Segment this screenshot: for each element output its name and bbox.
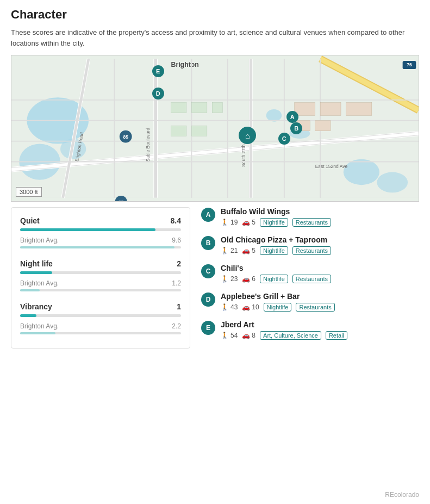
place-walk-a: 🚶 19 <box>221 219 238 226</box>
svg-rect-42 <box>171 126 186 136</box>
tag-restaurants-a: Restaurants <box>292 218 331 227</box>
score-quiet-bar-fill <box>20 228 155 231</box>
map-marker-c: C <box>278 133 290 145</box>
tag-nightlife-d: Nightlife <box>264 303 292 312</box>
map-home-marker: ⌂ <box>239 127 256 144</box>
score-vibrancy-avg-label: Brighton Avg. <box>20 322 59 330</box>
score-vibrancy: Vibrancy 1 Brighton Avg. 2.2 <box>20 302 181 334</box>
svg-point-7 <box>377 172 408 192</box>
svg-rect-45 <box>320 103 341 116</box>
svg-text:Brighton: Brighton <box>171 61 199 69</box>
map-marker-e: E <box>152 65 164 77</box>
walk-icon-a: 🚶 <box>221 219 229 226</box>
place-name-c: Chili's <box>221 264 419 272</box>
places-panel: A Buffalo Wild Wings 🚶 19 🚗 5 Nightlife <box>201 207 419 349</box>
score-nightlife-bar-bg <box>20 271 181 274</box>
place-item-b: B Old Chicago Pizza + Taproom 🚶 21 🚗 5 N… <box>201 235 419 255</box>
place-meta-c: 🚶 23 🚗 6 Nightlife Restaurants <box>221 275 419 283</box>
place-drive-d: 🚗 10 <box>242 303 259 311</box>
score-quiet-label: Quiet <box>20 216 40 225</box>
place-drive-e: 🚗 8 <box>242 332 255 339</box>
place-name-b: Old Chicago Pizza + Taproom <box>221 235 419 244</box>
score-nightlife-avg-bar-fill <box>20 289 40 291</box>
score-vibrancy-avg-bar-fill <box>20 332 55 334</box>
place-marker-c: C <box>201 264 215 278</box>
place-meta-a: 🚶 19 🚗 5 Nightlife Restaurants <box>221 218 419 227</box>
walk-icon-c: 🚶 <box>221 275 229 283</box>
place-item-e: E Jberd Art 🚶 54 🚗 8 Art, Culture, Scien… <box>201 320 419 340</box>
score-vibrancy-avg-bar-bg <box>20 332 181 334</box>
svg-point-6 <box>344 159 379 185</box>
score-quiet-value: 8.4 <box>171 216 181 225</box>
score-vibrancy-value: 1 <box>177 302 181 311</box>
place-drive-a: 🚗 5 <box>242 219 255 226</box>
place-walk-c: 🚶 23 <box>221 275 238 283</box>
walk-icon-d: 🚶 <box>221 303 229 311</box>
svg-text:76: 76 <box>407 62 412 67</box>
svg-rect-40 <box>191 103 207 113</box>
score-vibrancy-bar-fill <box>20 314 36 317</box>
place-info-b: Old Chicago Pizza + Taproom 🚶 21 🚗 5 Nig… <box>221 235 419 255</box>
score-nightlife-label: Night life <box>20 259 53 268</box>
place-walk-d: 🚶 43 <box>221 303 238 311</box>
page-description: These scores are indicative of the prope… <box>11 27 419 48</box>
svg-rect-48 <box>315 121 331 131</box>
place-marker-d: D <box>201 293 215 307</box>
map-marker-d: D <box>152 88 164 99</box>
place-marker-a: A <box>201 208 215 222</box>
place-item-a: A Buffalo Wild Wings 🚶 19 🚗 5 Nightlife <box>201 207 419 227</box>
map-container: Brighton Sable Boulevard Brighton Road S… <box>11 55 419 202</box>
walk-icon-e: 🚶 <box>221 332 229 339</box>
svg-text:85: 85 <box>119 200 124 201</box>
score-vibrancy-avg-value: 2.2 <box>172 322 181 330</box>
place-info-d: Applebee's Grill + Bar 🚶 43 🚗 10 Nightli… <box>221 292 419 312</box>
place-walk-b: 🚶 21 <box>221 247 238 254</box>
place-name-e: Jberd Art <box>221 320 419 329</box>
score-nightlife-value: 2 <box>177 259 181 268</box>
drive-icon-b: 🚗 <box>242 247 250 254</box>
drive-icon-c: 🚗 <box>242 275 250 283</box>
score-nightlife-avg-label: Brighton Avg. <box>20 279 59 287</box>
place-meta-d: 🚶 43 🚗 10 Nightlife Restaurants <box>221 303 419 312</box>
place-meta-e: 🚶 54 🚗 8 Art, Culture, Science Retail <box>221 331 419 340</box>
score-nightlife-bar-fill <box>20 271 52 274</box>
score-vibrancy-bar-bg <box>20 314 181 317</box>
score-quiet-avg-label: Brighton Avg. <box>20 237 59 244</box>
place-name-d: Applebee's Grill + Bar <box>221 292 419 301</box>
svg-rect-39 <box>171 103 186 113</box>
svg-rect-43 <box>191 126 207 136</box>
tag-nightlife-a: Nightlife <box>260 218 288 227</box>
tag-restaurants-c: Restaurants <box>292 275 331 283</box>
score-quiet: Quiet 8.4 Brighton Avg. 9.6 <box>20 216 181 248</box>
place-item-d: D Applebee's Grill + Bar 🚶 43 🚗 10 Night… <box>201 292 419 312</box>
place-meta-b: 🚶 21 🚗 5 Nightlife Restaurants <box>221 246 419 255</box>
scores-panel: Quiet 8.4 Brighton Avg. 9.6 Night life <box>11 207 190 349</box>
svg-point-4 <box>266 109 282 122</box>
score-quiet-avg-bar-fill <box>20 246 175 248</box>
watermark: REcolorado <box>385 491 419 499</box>
score-nightlife-avg-value: 1.2 <box>172 279 181 287</box>
score-quiet-avg-value: 9.6 <box>172 237 181 244</box>
place-name-a: Buffalo Wild Wings <box>221 207 419 216</box>
place-drive-b: 🚗 5 <box>242 247 255 254</box>
drive-icon-a: 🚗 <box>242 219 250 226</box>
drive-icon-d: 🚗 <box>242 303 250 311</box>
place-info-a: Buffalo Wild Wings 🚶 19 🚗 5 Nightlife Re… <box>221 207 419 227</box>
map-marker-a: A <box>286 111 298 123</box>
place-marker-b: B <box>201 236 215 250</box>
score-nightlife: Night life 2 Brighton Avg. 1.2 <box>20 259 181 291</box>
score-nightlife-avg-bar-bg <box>20 289 181 291</box>
score-quiet-bar-bg <box>20 228 181 231</box>
tag-retail-e: Retail <box>326 331 347 340</box>
drive-icon-e: 🚗 <box>242 332 250 339</box>
place-drive-c: 🚗 6 <box>242 275 255 283</box>
score-quiet-avg-bar-bg <box>20 246 181 248</box>
place-marker-e: E <box>201 321 215 335</box>
map-scale: 3000 ft <box>16 187 42 197</box>
place-item-c: C Chili's 🚶 23 🚗 6 Nightlife Restaur <box>201 264 419 283</box>
walk-icon-b: 🚶 <box>221 247 229 254</box>
tag-art-e: Art, Culture, Science <box>260 331 321 340</box>
page-title: Character <box>11 8 419 22</box>
place-info-c: Chili's 🚶 23 🚗 6 Nightlife Restaurants <box>221 264 419 283</box>
map-marker-b: B <box>290 122 302 134</box>
